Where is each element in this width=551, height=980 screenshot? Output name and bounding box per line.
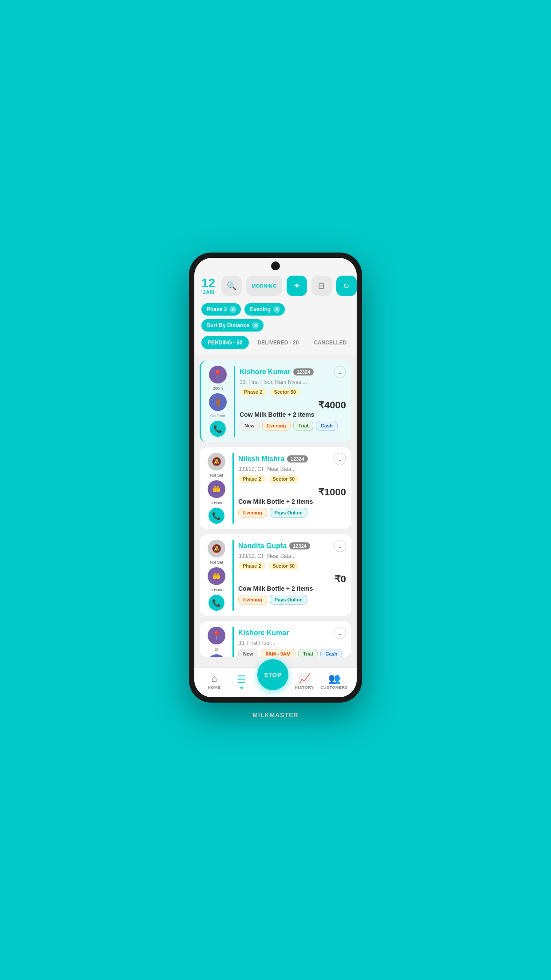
card-left-1: 📍 200m 🚪 On Door 📞 [206, 366, 229, 437]
tab-delivered[interactable]: DELIVERED - 20 [252, 336, 305, 349]
filter-label-phase2: Phase 2 [207, 306, 227, 312]
badge-pays-online-2: Pays Online [270, 508, 307, 518]
settings-button[interactable]: ⊟ [311, 276, 332, 296]
camera-notch [271, 261, 280, 270]
refresh-icon: ↻ [343, 282, 349, 290]
call-button-2[interactable]: 📞 [209, 508, 224, 524]
customer-card-1[interactable]: 📍 200m 🚪 On Door 📞 Kishore Kumar 12324 [200, 360, 351, 442]
nav-customers[interactable]: 👥 CUSTOMERS [320, 673, 348, 690]
customer-list: 📍 200m 🚪 On Door 📞 Kishore Kumar 12324 [194, 355, 357, 668]
location-icon-1: 📍 [209, 366, 227, 383]
distance-label-4: 2r [215, 647, 218, 652]
customer-card-2[interactable]: 🔕 Not Set 🤲 In Hand 📞 Nilesh Mishra 1232… [200, 447, 351, 529]
card-content-4: Kishore Kumar ⌄ 33, First Floor... New 6… [238, 627, 346, 657]
name-id-row-3: Nandita Gupta 12324 [238, 542, 310, 550]
card-left-4: 📍 2r 🚪 On... [205, 627, 228, 657]
customer-name-1: Kishore Kumar [240, 368, 291, 376]
tab-pay[interactable]: PAY [355, 336, 357, 349]
nav-history[interactable]: 📈 HISTORY [293, 673, 315, 690]
bottom-nav: ⌂ HOME ☰ STOP 📈 HISTORY 👥 CUSTOMERS [194, 668, 357, 697]
expand-button-3[interactable]: ⌄ [334, 540, 346, 552]
card-row-4: 📍 2r 🚪 On... Kishore Kumar ⌄ 33 [205, 627, 346, 657]
filter-chip-sort[interactable]: Sort By Distance ✕ [201, 319, 264, 332]
card-divider-1 [234, 366, 235, 437]
filter-close-evening[interactable]: ✕ [273, 306, 280, 313]
address-4: 33, First Floor... [238, 640, 346, 646]
name-id-row-2: Nilesh Mishra 12324 [238, 455, 308, 463]
delivery-label-1: On Door [210, 414, 225, 418]
stop-label: STOP [264, 672, 281, 678]
nav-home[interactable]: ⌂ HOME [203, 673, 225, 690]
expand-button-4[interactable]: ⌄ [334, 627, 346, 639]
location-icon-4: 📍 [208, 627, 225, 644]
card-left-2: 🔕 Not Set 🤲 In Hand 📞 [205, 453, 228, 524]
address-3: 333/12, GF, Near Bata... [238, 553, 346, 559]
card-row-2: 🔕 Not Set 🤲 In Hand 📞 Nilesh Mishra 1232… [205, 453, 346, 524]
badge-time-4: 6AM - 9AM [261, 649, 295, 657]
filters-row: Phase 2 ✕ Evening ✕ Sort By Distance ✕ [194, 301, 357, 336]
address-1: 33, First Floor, Ram Nivas ... [240, 379, 346, 385]
call-button-3[interactable]: 📞 [209, 595, 224, 611]
filter-chip-phase2[interactable]: Phase 2 ✕ [201, 303, 241, 316]
expand-button-1[interactable]: ⌄ [334, 366, 346, 378]
sun-icon: ☀ [293, 281, 300, 291]
badge-pays-online-3: Pays Online [270, 595, 307, 605]
date-block: 12 JAN [201, 277, 215, 295]
nav-delivery[interactable]: ☰ [230, 674, 252, 689]
customer-id-1: 12324 [293, 368, 314, 375]
tab-pending[interactable]: PENDING - 50 [201, 336, 249, 349]
customer-name-3: Nandita Gupta [238, 542, 287, 550]
brand-suffix: MASTER [270, 711, 299, 719]
tag-sector-2: Sector 50 [268, 475, 299, 483]
brand-prefix: MILK [252, 711, 269, 719]
items-2: Cow Milk Bottle + 2 items [238, 498, 346, 505]
distance-label-1: 200m [213, 386, 223, 391]
delivery-label-2: In Hand [209, 501, 224, 505]
badge-evening-2: Evening [238, 508, 267, 518]
card-row-3: 🔕 Not Set 🤲 In Hand 📞 Nandita Gupta 1232… [205, 540, 346, 611]
phone-screen: 12 JAN 🔍 MORNING ☀ ⊟ ↻ Phase 2 ✕ [194, 258, 357, 697]
delivery-icon-4: 🚪 [208, 654, 225, 657]
name-id-row-1: Kishore Kumar 12324 [240, 368, 314, 376]
card-header-4: Kishore Kumar ⌄ [238, 627, 346, 639]
tags-row-3: Phase 2 Sector 50 [238, 562, 346, 570]
badge-row-4: New 6AM - 9AM Trial Cash [238, 649, 346, 657]
morning-label: MORNING [252, 283, 277, 288]
customer-card-4[interactable]: 📍 2r 🚪 On... Kishore Kumar ⌄ 33 [200, 621, 351, 657]
badge-new-1: New [240, 421, 260, 431]
filter-close-sort[interactable]: ✕ [252, 322, 259, 329]
card-left-3: 🔕 Not Set 🤲 In Hand 📞 [205, 540, 228, 611]
card-header-1: Kishore Kumar 12324 ⌄ [240, 366, 346, 378]
delivery-icon-1: 🚪 [209, 393, 227, 411]
branding: MILKMASTER [252, 711, 298, 719]
customer-id-2: 12324 [287, 455, 308, 462]
card-content-1: Kishore Kumar 12324 ⌄ 33, First Floor, R… [240, 366, 346, 431]
nav-history-label: HISTORY [295, 685, 314, 690]
badge-new-4: New [238, 649, 258, 657]
filter-chip-evening[interactable]: Evening ✕ [244, 303, 285, 316]
customer-name-2: Nilesh Mishra [238, 455, 284, 463]
filter-close-phase2[interactable]: ✕ [229, 306, 236, 313]
name-id-row-4: Kishore Kumar [238, 629, 289, 637]
refresh-button[interactable]: ↻ [336, 276, 357, 296]
tag-phase2-3: Phase 2 [238, 562, 266, 570]
tab-cancelled[interactable]: CANCELLED [307, 336, 353, 349]
call-button-1[interactable]: 📞 [210, 421, 226, 437]
notset-label-3: Not Set [210, 560, 223, 565]
badge-evening-1: Evening [262, 421, 291, 431]
tag-sector-1: Sector 50 [270, 388, 301, 396]
search-button[interactable]: 🔍 [221, 276, 242, 296]
morning-button[interactable]: MORNING [246, 276, 282, 296]
expand-button-2[interactable]: ⌄ [334, 453, 346, 465]
phone-frame: 12 JAN 🔍 MORNING ☀ ⊟ ↻ Phase 2 ✕ [189, 253, 362, 703]
card-divider-2 [232, 453, 234, 524]
delivery-nav-icon: ☰ [237, 674, 246, 685]
customer-card-3[interactable]: 🔕 Not Set 🤲 In Hand 📞 Nandita Gupta 1232… [200, 534, 351, 616]
card-content-2: Nilesh Mishra 12324 ⌄ 333/12, GF, Near B… [238, 453, 346, 518]
delivery-icon-2: 🤲 [208, 480, 225, 498]
sun-button[interactable]: ☀ [287, 276, 307, 296]
card-divider-4 [232, 627, 234, 657]
stop-button[interactable]: STOP [257, 659, 288, 690]
tags-row-1: Phase 2 Sector 50 [240, 388, 346, 396]
notch-bar [194, 258, 357, 274]
